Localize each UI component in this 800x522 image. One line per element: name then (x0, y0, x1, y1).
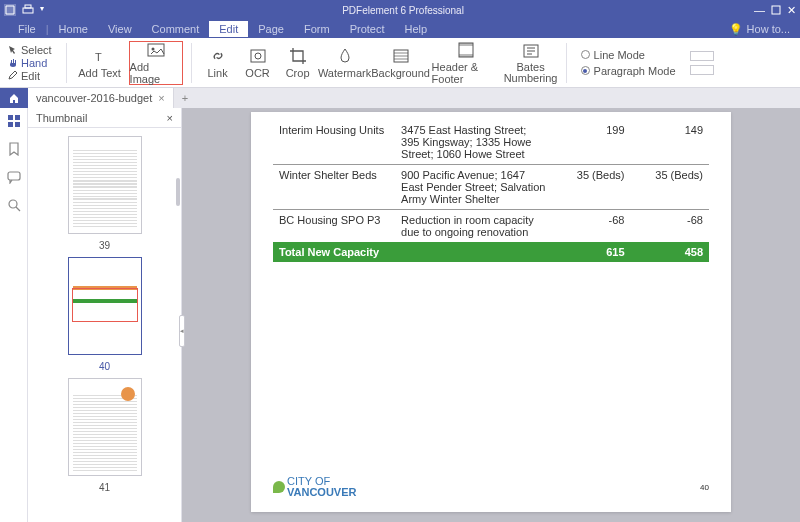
table-cell (395, 242, 552, 262)
thumbnail-rail-icon[interactable] (7, 114, 21, 128)
menubar: File | Home View Comment Edit Page Form … (0, 20, 800, 38)
add-tab-button[interactable]: + (174, 92, 196, 104)
lightbulb-icon: 💡 (729, 23, 743, 36)
app-icon (4, 4, 16, 16)
text-icon: T (91, 47, 109, 65)
svg-rect-17 (15, 122, 20, 127)
menu-file[interactable]: File (8, 21, 46, 37)
table-cell: 3475 East Hasting Street; 395 Kingsway; … (395, 120, 552, 165)
tab-close-icon[interactable]: × (158, 92, 164, 104)
ocr-button[interactable]: OCR (240, 41, 276, 85)
hand-tool[interactable]: Hand (8, 57, 52, 69)
align-group (690, 51, 714, 75)
svg-rect-2 (25, 5, 31, 8)
page-canvas[interactable]: ◂ Interim Housing Units3475 East Hasting… (182, 108, 800, 522)
paragraph-mode-radio[interactable]: Paragraph Mode (581, 65, 676, 77)
thumbnail-page[interactable] (68, 257, 142, 355)
align-option-1[interactable] (690, 51, 714, 61)
watermark-button[interactable]: Watermark (320, 41, 370, 85)
table-cell: 149 (631, 120, 710, 165)
menu-page[interactable]: Page (248, 21, 294, 37)
thumbnail-number: 39 (99, 240, 110, 251)
table-total-row: Total New Capacity615458 (273, 242, 709, 262)
table-row: Interim Housing Units3475 East Hasting S… (273, 120, 709, 165)
image-icon (147, 41, 165, 59)
background-button[interactable]: Background (374, 41, 428, 85)
maximize-icon[interactable] (771, 5, 781, 15)
svg-point-19 (9, 200, 17, 208)
app-title: PDFelement 6 Professional (52, 5, 754, 16)
panel-close-icon[interactable]: × (167, 112, 173, 124)
ocr-icon (249, 47, 267, 65)
print-icon[interactable] (22, 4, 34, 16)
search-rail-icon[interactable] (7, 198, 21, 212)
table-cell: 35 (Beds) (631, 165, 710, 210)
crop-button[interactable]: Crop (280, 41, 316, 85)
watermark-icon (336, 47, 354, 65)
menu-protect[interactable]: Protect (340, 21, 395, 37)
table-row: Winter Shelter Beds900 Pacific Avenue; 1… (273, 165, 709, 210)
thumbnail-panel: Thumbnail × 39 40 41 (28, 108, 182, 522)
svg-rect-18 (8, 172, 20, 180)
radio-icon (581, 50, 590, 59)
align-option-2[interactable] (690, 65, 714, 75)
bates-icon (522, 42, 540, 60)
table-cell: -68 (552, 210, 630, 243)
table-cell: -68 (631, 210, 710, 243)
table-cell: Interim Housing Units (273, 120, 395, 165)
close-icon[interactable]: ✕ (787, 4, 796, 17)
howto-button[interactable]: 💡How to... (729, 23, 800, 36)
menu-view[interactable]: View (98, 21, 142, 37)
add-text-button[interactable]: TAdd Text (75, 41, 125, 85)
menu-form[interactable]: Form (294, 21, 340, 37)
thumbnail-number: 40 (99, 361, 110, 372)
menu-edit[interactable]: Edit (209, 21, 248, 37)
table-cell: 458 (631, 242, 710, 262)
table-cell: Reduction in room capacity due to ongoin… (395, 210, 552, 243)
menu-comment[interactable]: Comment (142, 21, 210, 37)
edit-tool[interactable]: Edit (8, 70, 52, 82)
svg-rect-11 (459, 43, 473, 46)
svg-rect-7 (251, 50, 265, 62)
titlebar: ▾ PDFelement 6 Professional — ✕ (0, 0, 800, 20)
header-footer-button[interactable]: Header & Footer (432, 41, 500, 85)
table-cell: Total New Capacity (273, 242, 395, 262)
menu-home[interactable]: Home (49, 21, 98, 37)
bookmark-rail-icon[interactable] (7, 142, 21, 156)
tabbar: vancouver-2016-budget× + (0, 88, 800, 108)
table-cell: 615 (552, 242, 630, 262)
crop-icon (289, 47, 307, 65)
minimize-icon[interactable]: — (754, 4, 765, 16)
dropdown-icon[interactable]: ▾ (40, 4, 52, 16)
thumbnail-page[interactable] (68, 378, 142, 476)
svg-text:T: T (95, 51, 102, 63)
thumbnail-list[interactable]: 39 40 41 (28, 128, 181, 522)
svg-rect-3 (772, 6, 780, 14)
thumbnail-page[interactable] (68, 136, 142, 234)
background-icon (392, 47, 410, 65)
link-icon (209, 47, 227, 65)
svg-rect-14 (8, 115, 13, 120)
svg-rect-1 (23, 8, 33, 13)
add-image-button[interactable]: Add Image (129, 41, 183, 85)
doc-tab[interactable]: vancouver-2016-budget× (28, 88, 174, 108)
ribbon: Select Hand Edit TAdd Text Add Image Lin… (0, 38, 800, 88)
line-mode-radio[interactable]: Line Mode (581, 49, 676, 61)
left-rail (0, 108, 28, 522)
thumbnail-number: 41 (99, 482, 110, 493)
comment-rail-icon[interactable] (7, 170, 21, 184)
svg-rect-12 (459, 54, 473, 57)
scrollbar[interactable] (176, 178, 180, 206)
radio-icon (581, 66, 590, 75)
menu-help[interactable]: Help (394, 21, 437, 37)
select-tool[interactable]: Select (8, 44, 52, 56)
bates-button[interactable]: Bates Numbering (504, 41, 558, 85)
link-button[interactable]: Link (200, 41, 236, 85)
table-row: BC Housing SPO P3Reduction in room capac… (273, 210, 709, 243)
pdf-page: Interim Housing Units3475 East Hasting S… (251, 112, 731, 512)
home-tab-icon[interactable] (0, 88, 28, 108)
panel-splitter[interactable]: ◂ (179, 315, 185, 347)
table-cell: 900 Pacific Avenue; 1647 East Pender Str… (395, 165, 552, 210)
svg-rect-15 (15, 115, 20, 120)
svg-rect-16 (8, 122, 13, 127)
